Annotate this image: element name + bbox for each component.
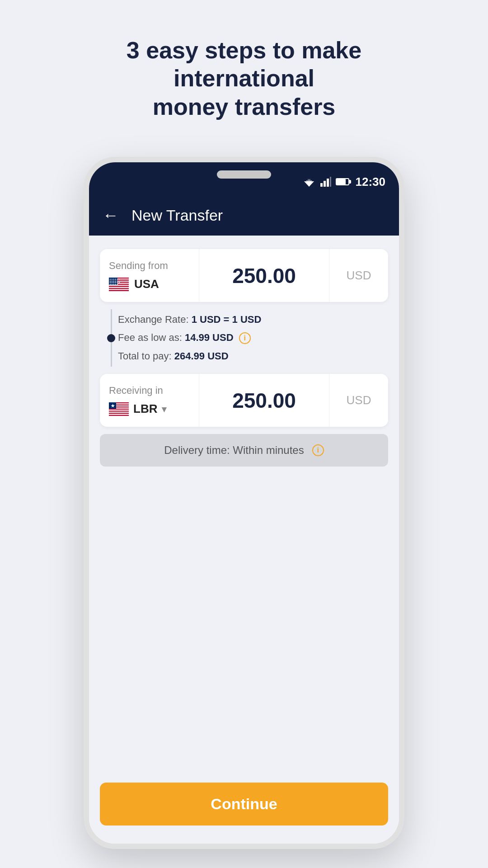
fee-row: Fee as low as: 14.99 USD i bbox=[118, 332, 379, 344]
chevron-down-icon: ▾ bbox=[162, 404, 166, 415]
phone-mockup: 12:30 ← New Transfer Sending from bbox=[84, 157, 404, 849]
sending-currency: USD bbox=[329, 249, 388, 302]
usa-flag-icon: ★★★★★★ ★★★★★ ★★★★★★ ★★★★★ bbox=[109, 278, 129, 291]
phone-speaker bbox=[217, 170, 271, 179]
continue-button[interactable]: Continue bbox=[100, 783, 388, 826]
page-title: 3 easy steps to make international money… bbox=[59, 36, 429, 121]
exchange-info: Exchange Rate: 1 USD = 1 USD Fee as low … bbox=[100, 309, 388, 367]
receiving-country-dropdown[interactable]: ★ LBR ▾ bbox=[109, 402, 190, 416]
receiving-left: Receiving in ★ LBR ▾ bbox=[100, 374, 199, 427]
wifi-icon bbox=[302, 177, 316, 187]
receiving-country-name: LBR bbox=[133, 402, 157, 416]
delivery-info-icon[interactable]: i bbox=[312, 444, 324, 456]
svg-text:★: ★ bbox=[111, 403, 115, 408]
continue-button-wrap: Continue bbox=[89, 778, 399, 844]
svg-rect-30 bbox=[109, 410, 129, 410]
status-time: 12:30 bbox=[356, 175, 386, 189]
delivery-text: Delivery time: Within minutes bbox=[164, 444, 304, 457]
sending-country-name: USA bbox=[134, 277, 159, 291]
svg-text:★★★★★: ★★★★★ bbox=[109, 283, 118, 285]
lbr-flag-icon: ★ bbox=[109, 402, 129, 416]
receiving-currency: USD bbox=[329, 374, 388, 427]
battery-icon bbox=[336, 178, 349, 185]
svg-rect-18 bbox=[109, 288, 129, 289]
sending-amount[interactable]: 250.00 bbox=[199, 249, 329, 302]
total-row: Total to pay: 264.99 USD bbox=[118, 350, 379, 362]
receiving-card: Receiving in ★ LBR ▾ bbox=[100, 374, 388, 427]
app-content: Sending from bbox=[89, 236, 399, 778]
svg-rect-3 bbox=[320, 183, 323, 187]
status-icons: 12:30 bbox=[302, 175, 386, 189]
app-bar: ← New Transfer bbox=[89, 195, 399, 236]
svg-rect-5 bbox=[327, 179, 329, 187]
svg-rect-31 bbox=[109, 412, 129, 413]
sending-left: Sending from bbox=[100, 249, 199, 302]
back-button[interactable]: ← bbox=[103, 206, 119, 225]
receiving-amount[interactable]: 250.00 bbox=[199, 374, 329, 427]
delivery-bar: Delivery time: Within minutes i bbox=[100, 434, 388, 467]
svg-rect-4 bbox=[324, 181, 326, 187]
fee-info-icon[interactable]: i bbox=[239, 332, 251, 344]
app-bar-title: New Transfer bbox=[131, 207, 223, 224]
svg-rect-17 bbox=[109, 287, 129, 288]
svg-rect-32 bbox=[109, 414, 129, 415]
svg-rect-6 bbox=[330, 177, 331, 187]
svg-rect-19 bbox=[109, 289, 129, 290]
sending-country: ★★★★★★ ★★★★★ ★★★★★★ ★★★★★ USA bbox=[109, 277, 190, 291]
svg-rect-16 bbox=[109, 286, 129, 287]
exchange-rate-row: Exchange Rate: 1 USD = 1 USD bbox=[118, 314, 379, 326]
exchange-dot bbox=[107, 334, 115, 342]
svg-rect-20 bbox=[109, 290, 129, 291]
receiving-label: Receiving in bbox=[109, 385, 190, 396]
signal-icon bbox=[320, 177, 331, 187]
sending-label: Sending from bbox=[109, 260, 190, 272]
sending-card: Sending from bbox=[100, 249, 388, 302]
status-bar: 12:30 bbox=[89, 162, 399, 195]
